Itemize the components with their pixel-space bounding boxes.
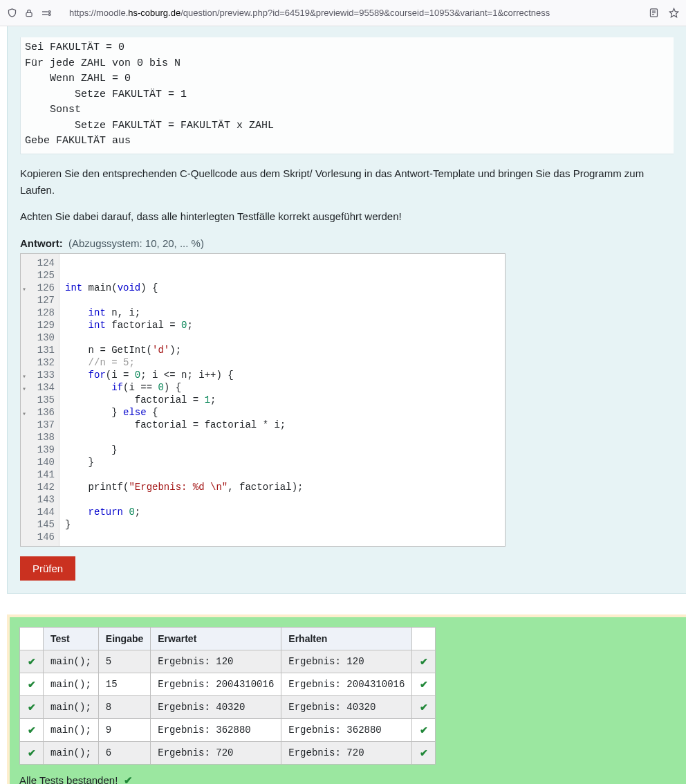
pseudocode-block: Sei FAKULTÄT = 0 Für jede ZAHL von 0 bis… xyxy=(20,37,674,154)
table-row: ✔main();8Ergebnis: 40320Ergebnis: 40320✔ xyxy=(20,695,436,718)
check-icon: ✔ xyxy=(28,702,36,713)
gutter-line: 141 xyxy=(21,468,59,481)
col-input: Eingabe xyxy=(98,627,150,650)
code-line[interactable] xyxy=(65,269,505,282)
results-table: Test Eingabe Erwartet Erhalten ✔main();5… xyxy=(19,627,436,765)
gutter-line: 144 xyxy=(21,506,59,518)
svg-rect-0 xyxy=(26,12,32,16)
code-line[interactable]: factorial = factorial * i; xyxy=(65,419,505,431)
gutter-line: 129 xyxy=(21,319,59,331)
check-icon: ✔ xyxy=(28,656,36,667)
gutter-line: 138 xyxy=(21,431,59,444)
check-icon: ✔ xyxy=(28,724,36,736)
cell-got: Ergebnis: 362880 xyxy=(281,718,412,741)
col-got: Erhalten xyxy=(281,627,412,650)
shield-icon xyxy=(7,8,17,18)
url-text[interactable]: https://moodle.hs-coburg.de/question/pre… xyxy=(69,8,642,18)
gutter-line: 143 xyxy=(21,493,59,506)
code-line[interactable]: int n, i; xyxy=(65,307,505,319)
feedback-panel: Test Eingabe Erwartet Erhalten ✔main();5… xyxy=(7,614,686,785)
url-pre: https://moodle. xyxy=(69,8,128,18)
code-line[interactable] xyxy=(65,531,505,543)
col-test: Test xyxy=(44,627,99,650)
code-line[interactable]: for(i = 0; i <= n; i++) { xyxy=(65,369,505,381)
gutter-line: 134▾ xyxy=(21,381,59,394)
question-panel: Sei FAKULTÄT = 0 Für jede ZAHL von 0 bis… xyxy=(7,26,686,594)
answer-label: Antwort: (Abzugssystem: 10, 20, ... %) xyxy=(20,237,674,249)
code-line[interactable] xyxy=(65,431,505,444)
cell-test: main(); xyxy=(44,673,99,695)
cell-input: 8 xyxy=(98,695,150,718)
code-line[interactable]: } xyxy=(65,518,505,531)
instruction-line-2: Achten Sie dabei darauf, dass alle hinte… xyxy=(20,208,674,225)
col-leading-tick xyxy=(20,627,44,650)
pass-message: Alle Tests bestanden! ✔ xyxy=(19,774,676,785)
cell-expected: Ergebnis: 362880 xyxy=(151,718,281,741)
cell-got: Ergebnis: 720 xyxy=(281,741,412,764)
code-line[interactable] xyxy=(65,331,505,344)
code-line[interactable]: return 0; xyxy=(65,506,505,518)
permissions-icon xyxy=(41,8,52,18)
code-line[interactable]: int factorial = 0; xyxy=(65,319,505,331)
code-line[interactable]: //n = 5; xyxy=(65,356,505,369)
gutter-line: 136▾ xyxy=(21,406,59,419)
editor-gutter: 124125126▾127128129130131132133▾134▾1351… xyxy=(21,254,59,546)
gutter-line: 139 xyxy=(21,444,59,456)
code-line[interactable] xyxy=(65,468,505,481)
table-row: ✔main();15Ergebnis: 2004310016Ergebnis: … xyxy=(20,673,436,695)
cell-got: Ergebnis: 40320 xyxy=(281,695,412,718)
table-row: ✔main();9Ergebnis: 362880Ergebnis: 36288… xyxy=(20,718,436,741)
cell-expected: Ergebnis: 2004310016 xyxy=(151,673,281,695)
question-text: Kopieren Sie den entsprechenden C-Quellc… xyxy=(20,165,674,225)
gutter-line: 130 xyxy=(21,331,59,344)
code-editor[interactable]: 124125126▾127128129130131132133▾134▾1351… xyxy=(20,253,506,547)
code-line[interactable]: if(i == 0) { xyxy=(65,381,505,394)
svg-point-3 xyxy=(48,10,50,12)
instruction-line-1: Kopieren Sie den entsprechenden C-Quellc… xyxy=(20,165,674,199)
code-line[interactable] xyxy=(65,294,505,307)
browser-address-bar: https://moodle.hs-coburg.de/question/pre… xyxy=(0,0,686,26)
cell-test: main(); xyxy=(44,718,99,741)
code-line[interactable]: } xyxy=(65,444,505,456)
url-domain: hs-coburg.de xyxy=(128,8,180,18)
cell-test: main(); xyxy=(44,650,99,673)
code-line[interactable]: int main(void) { xyxy=(65,282,505,294)
cell-input: 9 xyxy=(98,718,150,741)
code-line[interactable] xyxy=(65,493,505,506)
code-line[interactable]: printf("Ergebnis: %d \n", factorial); xyxy=(65,481,505,493)
code-line[interactable]: n = GetInt('d'); xyxy=(65,344,505,356)
gutter-line: 127 xyxy=(21,294,59,307)
table-row: ✔main();5Ergebnis: 120Ergebnis: 120✔ xyxy=(20,650,436,673)
code-line[interactable]: } else { xyxy=(65,406,505,419)
code-line[interactable] xyxy=(65,257,505,269)
results-header-row: Test Eingabe Erwartet Erhalten xyxy=(20,627,436,650)
cell-input: 5 xyxy=(98,650,150,673)
gutter-line: 126▾ xyxy=(21,282,59,294)
col-trailing-tick xyxy=(412,627,436,650)
gutter-line: 133▾ xyxy=(21,369,59,381)
gutter-line: 140 xyxy=(21,456,59,468)
gutter-line: 131 xyxy=(21,344,59,356)
cell-expected: Ergebnis: 40320 xyxy=(151,695,281,718)
url-post: /question/preview.php?id=64519&previewid… xyxy=(180,8,550,18)
gutter-line: 132 xyxy=(21,356,59,369)
reader-mode-icon[interactable] xyxy=(646,8,662,18)
cell-test: main(); xyxy=(44,741,99,764)
cell-got: Ergebnis: 120 xyxy=(281,650,412,673)
code-line[interactable]: factorial = 1; xyxy=(65,394,505,406)
bookmark-star-icon[interactable] xyxy=(666,8,682,18)
editor-code-area[interactable]: int main(void) { int n, i; int factorial… xyxy=(59,254,505,546)
check-icon: ✔ xyxy=(420,724,428,736)
cell-expected: Ergebnis: 120 xyxy=(151,650,281,673)
check-icon: ✔ xyxy=(124,774,133,785)
code-line[interactable]: } xyxy=(65,456,505,468)
check-button[interactable]: Prüfen xyxy=(20,556,75,581)
gutter-line: 135 xyxy=(21,394,59,406)
cell-got: Ergebnis: 2004310016 xyxy=(281,673,412,695)
gutter-line: 142 xyxy=(21,481,59,493)
check-icon: ✔ xyxy=(420,679,428,690)
check-icon: ✔ xyxy=(420,702,428,713)
table-row: ✔main();6Ergebnis: 720Ergebnis: 720✔ xyxy=(20,741,436,764)
cell-input: 6 xyxy=(98,741,150,764)
gutter-line: 137 xyxy=(21,419,59,431)
